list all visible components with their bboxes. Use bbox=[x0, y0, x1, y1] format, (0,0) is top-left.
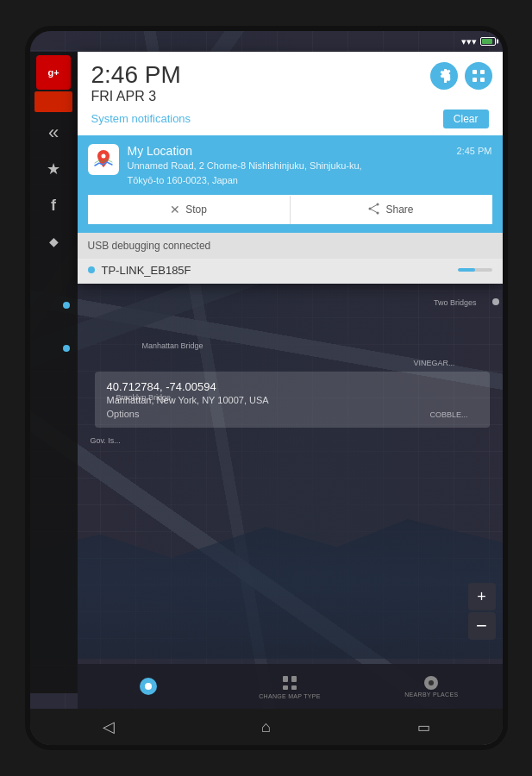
clear-button[interactable]: Clear bbox=[443, 110, 489, 128]
map-label-vinegar: VINEGAR... bbox=[413, 359, 454, 367]
notification-date: FRI APR 3 bbox=[91, 89, 489, 104]
tab-change-map-type[interactable]: CHANGE MAP TYPE bbox=[219, 674, 360, 699]
wifi-progress-bar bbox=[458, 268, 492, 272]
settings-icon-button[interactable] bbox=[430, 62, 458, 90]
change-map-type-icon bbox=[281, 674, 298, 692]
sidebar-dot-2 bbox=[63, 345, 70, 352]
back-icon: ◁ bbox=[103, 717, 115, 736]
sidebar-item-google-plus[interactable]: g+ bbox=[36, 55, 71, 90]
sidebar-item-facebook[interactable]: f bbox=[36, 188, 71, 222]
svg-rect-0 bbox=[473, 70, 477, 74]
map-bottom-tabs: CHANGE MAP TYPE NEARBY PLACES bbox=[78, 664, 503, 709]
svg-rect-12 bbox=[283, 685, 288, 690]
notif-card-header: My Location 2:45 PM Unnamed Road, 2 Chom… bbox=[88, 144, 492, 188]
share-icon bbox=[368, 203, 380, 217]
recents-button[interactable]: ▭ bbox=[345, 719, 503, 735]
map-coordinate-bubble[interactable]: 40.712784, -74.00594 Manhattan, New York… bbox=[95, 372, 490, 428]
sidebar-item-share[interactable]: « bbox=[36, 116, 71, 150]
notification-time: 2:46 PM bbox=[91, 62, 489, 89]
notif-address-line2: Tōkyō-to 160-0023, Japan bbox=[128, 174, 492, 187]
grid-icon bbox=[472, 69, 485, 83]
change-map-type-label: CHANGE MAP TYPE bbox=[259, 693, 321, 699]
map-zoom-controls: + − bbox=[468, 583, 496, 641]
svg-point-4 bbox=[101, 153, 105, 158]
wifi-connected-dot bbox=[88, 266, 95, 273]
share-label: Share bbox=[385, 203, 413, 216]
nearby-places-label: NEARBY PLACES bbox=[404, 692, 458, 698]
svg-rect-2 bbox=[473, 78, 477, 82]
wifi-ssid: TP-LINK_EB185F bbox=[102, 264, 191, 277]
map-label-manhattan: Manhattan Bridge bbox=[142, 341, 203, 350]
coordinates-text: 40.712784, -74.00594 bbox=[107, 380, 478, 393]
my-location-notification[interactable]: My Location 2:45 PM Unnamed Road, 2 Chom… bbox=[78, 135, 503, 233]
notification-header: 2:46 PM FRI APR 3 System notifications C… bbox=[78, 52, 503, 135]
tablet-frame: EAST VILL... Two Bridges Manhattan Bridg… bbox=[25, 26, 508, 750]
share-icon: « bbox=[48, 122, 59, 144]
svg-rect-3 bbox=[480, 78, 485, 82]
nearby-places-icon bbox=[424, 676, 438, 690]
maps-pin-icon bbox=[92, 148, 115, 171]
svg-rect-1 bbox=[480, 70, 485, 74]
options-label: Options bbox=[107, 409, 478, 419]
usb-notification-text: USB debugging connected bbox=[88, 240, 211, 252]
my-location-tab-icon bbox=[140, 678, 157, 695]
notification-panel: 2:46 PM FRI APR 3 System notifications C… bbox=[78, 52, 503, 284]
my-location-dot bbox=[145, 683, 152, 690]
map-label-twobridges: Two Bridges bbox=[434, 298, 477, 307]
stop-button[interactable]: ✕ Stop bbox=[88, 196, 291, 224]
status-icons: ▾▾▾ bbox=[461, 36, 496, 47]
home-button[interactable]: ⌂ bbox=[187, 718, 345, 736]
notif-timestamp: 2:45 PM bbox=[457, 146, 492, 156]
sidebar-dot-1 bbox=[63, 302, 70, 309]
back-button[interactable]: ◁ bbox=[30, 717, 188, 736]
notif-address-line1: Unnamed Road, 2 Chome-8 Nishishinjuku, S… bbox=[128, 160, 492, 172]
svg-line-8 bbox=[370, 204, 378, 209]
wifi-progress-fill bbox=[458, 268, 475, 272]
notification-header-row: System notifications Clear bbox=[91, 110, 489, 128]
maps-app-icon bbox=[88, 144, 119, 175]
gear-icon bbox=[437, 69, 451, 83]
facebook-icon: f bbox=[51, 197, 56, 215]
svg-rect-13 bbox=[291, 685, 297, 690]
navigation-bar: ◁ ⌂ ▭ bbox=[30, 709, 503, 745]
sidebar-item-diamond[interactable]: ◆ bbox=[36, 224, 71, 259]
left-sidebar: g+ « ★ f ◆ bbox=[30, 52, 78, 693]
tab-nearby-places[interactable]: NEARBY PLACES bbox=[360, 676, 502, 698]
nearby-places-dot bbox=[429, 680, 434, 685]
diamond-icon: ◆ bbox=[49, 235, 59, 248]
stop-icon: ✕ bbox=[170, 203, 180, 216]
notif-title-row: My Location 2:45 PM bbox=[128, 144, 492, 158]
recents-icon: ▭ bbox=[417, 719, 430, 735]
edge-indicator bbox=[492, 298, 499, 305]
city-address-text: Manhattan, New York, NY 10007, USA bbox=[107, 395, 478, 405]
home-icon: ⌂ bbox=[261, 718, 271, 736]
sidebar-item-star[interactable]: ★ bbox=[36, 152, 71, 186]
notif-app-name: My Location bbox=[128, 144, 192, 158]
battery-icon bbox=[480, 37, 496, 46]
google-plus-label: g+ bbox=[47, 67, 59, 78]
header-icons bbox=[430, 62, 492, 90]
tablet-screen: EAST VILL... Two Bridges Manhattan Bridg… bbox=[30, 31, 503, 745]
svg-rect-11 bbox=[291, 676, 297, 682]
notif-content: My Location 2:45 PM Unnamed Road, 2 Chom… bbox=[128, 144, 492, 188]
zoom-in-button[interactable]: + bbox=[468, 583, 496, 610]
system-notifications-label: System notifications bbox=[91, 112, 191, 125]
wifi-notification[interactable]: TP-LINK_EB185F bbox=[78, 259, 503, 284]
grid-icon-button[interactable] bbox=[465, 62, 492, 90]
battery-fill bbox=[482, 39, 493, 44]
tab-my-location[interactable] bbox=[78, 678, 219, 695]
svg-line-9 bbox=[370, 209, 378, 213]
usb-notification[interactable]: USB debugging connected bbox=[78, 233, 503, 259]
map-label-govisle: Gov. Is... bbox=[91, 436, 121, 445]
svg-rect-10 bbox=[283, 676, 288, 682]
notif-actions: ✕ Stop Share bbox=[88, 195, 492, 224]
zoom-out-button[interactable]: − bbox=[468, 612, 496, 640]
wifi-icon: ▾▾▾ bbox=[461, 36, 477, 47]
stop-label: Stop bbox=[185, 203, 207, 216]
sidebar-red-bar bbox=[34, 91, 72, 112]
status-bar: ▾▾▾ bbox=[30, 31, 503, 52]
share-button[interactable]: Share bbox=[291, 196, 492, 224]
star-icon: ★ bbox=[47, 160, 60, 178]
